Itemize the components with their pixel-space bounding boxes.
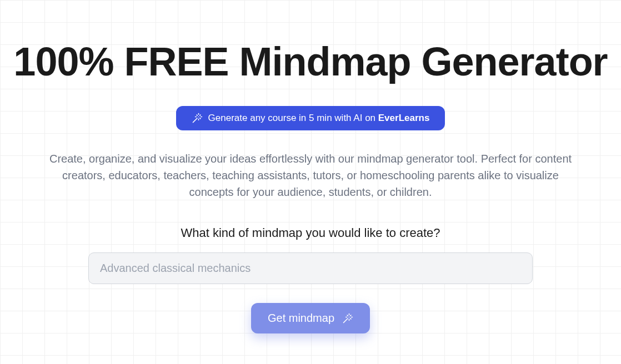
magic-wand-icon: [192, 113, 203, 124]
magic-wand-icon: [342, 313, 353, 324]
page-title: 100% FREE Mindmap Generator: [13, 40, 607, 84]
get-mindmap-button[interactable]: Get mindmap: [251, 303, 370, 333]
description-text: Create, organize, and visualize your ide…: [47, 150, 574, 200]
mindmap-topic-input[interactable]: [88, 252, 533, 284]
prompt-label: What kind of mindmap you would like to c…: [181, 226, 440, 240]
promo-text: Generate any course in 5 min with AI on …: [208, 113, 430, 124]
promo-everlearns-button[interactable]: Generate any course in 5 min with AI on …: [176, 106, 445, 130]
submit-button-label: Get mindmap: [268, 312, 334, 325]
